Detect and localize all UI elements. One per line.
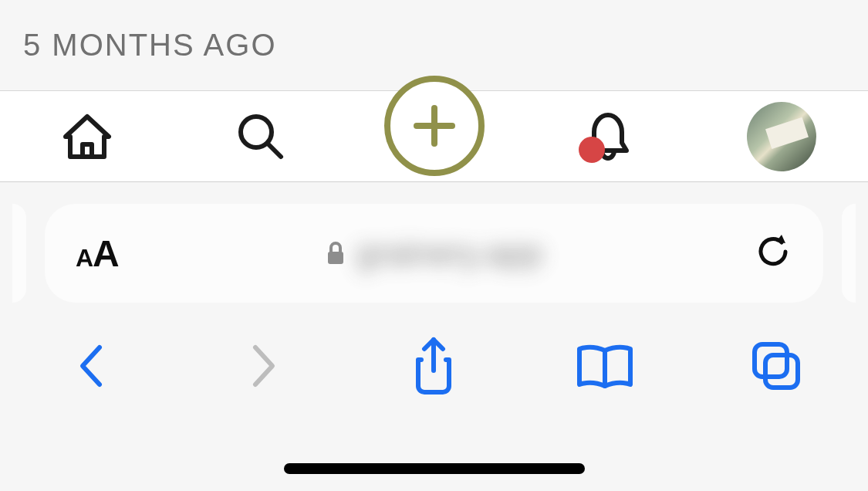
url-display[interactable]: grainery.app — [45, 234, 823, 273]
chevron-left-icon — [73, 343, 110, 389]
share-icon — [409, 337, 458, 395]
plus-icon — [412, 103, 457, 148]
home-indicator[interactable] — [284, 463, 585, 474]
address-bar[interactable]: A A grainery.app — [45, 204, 823, 303]
notifications-button[interactable] — [521, 91, 694, 181]
tabs-button[interactable] — [691, 340, 862, 392]
notification-badge — [579, 137, 605, 163]
timestamp-label: 5 MONTHS AGO — [23, 28, 277, 63]
svg-rect-6 — [755, 344, 787, 377]
forward-button[interactable] — [177, 343, 349, 389]
svg-line-1 — [269, 144, 281, 157]
add-circle — [384, 76, 485, 176]
bookmarks-button[interactable] — [519, 341, 691, 391]
search-icon — [233, 109, 289, 164]
add-button[interactable] — [347, 91, 521, 181]
app-navigation-bar — [0, 91, 868, 182]
home-button[interactable] — [0, 91, 174, 181]
svg-rect-7 — [765, 355, 798, 388]
next-tab-sliver[interactable] — [842, 204, 856, 303]
browser-chrome: A A grainery.app — [0, 182, 868, 395]
safari-toolbar — [0, 309, 868, 395]
lock-icon — [326, 241, 346, 266]
back-button[interactable] — [6, 343, 177, 389]
avatar — [747, 102, 816, 171]
profile-button[interactable] — [694, 91, 868, 181]
book-icon — [575, 341, 635, 391]
prev-tab-sliver[interactable] — [12, 204, 26, 303]
tabs-icon — [750, 340, 802, 392]
search-button[interactable] — [174, 91, 347, 181]
share-button[interactable] — [349, 337, 520, 395]
home-icon — [59, 109, 115, 164]
url-text: grainery.app — [356, 234, 542, 273]
chevron-right-icon — [245, 343, 282, 389]
svg-rect-4 — [328, 252, 343, 264]
